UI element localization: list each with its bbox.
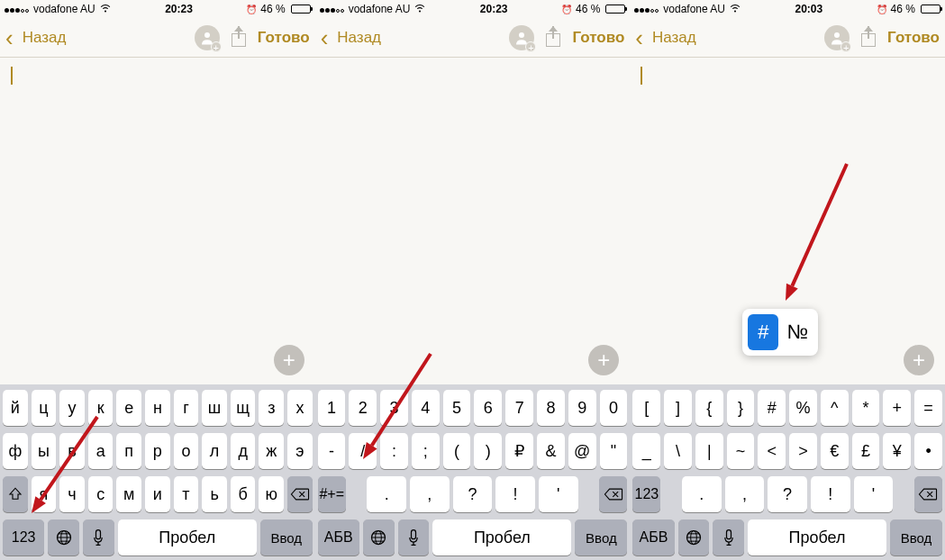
key-ш[interactable]: ш <box>202 390 227 426</box>
key-э[interactable]: э <box>287 433 313 469</box>
key-г[interactable]: г <box>174 390 199 426</box>
space-key[interactable]: Пробел <box>118 519 257 555</box>
back-chevron-icon[interactable]: ‹ <box>5 26 14 50</box>
key-5[interactable]: 5 <box>443 390 471 426</box>
mode-switch-key[interactable]: АБВ <box>318 519 359 555</box>
key-£[interactable]: £ <box>852 433 880 469</box>
back-button[interactable]: Назад <box>337 29 381 47</box>
backspace-key[interactable] <box>914 476 942 512</box>
key-и[interactable]: и <box>145 476 170 512</box>
backspace-key[interactable] <box>599 476 627 512</box>
done-button[interactable]: Готово <box>258 29 310 47</box>
key-3[interactable]: 3 <box>380 390 408 426</box>
key-ж[interactable]: ж <box>259 433 284 469</box>
key--[interactable]: - <box>318 433 346 469</box>
key-7[interactable]: 7 <box>505 390 533 426</box>
key-х[interactable]: х <box>287 390 313 426</box>
key-~[interactable]: ~ <box>727 433 755 469</box>
key-б[interactable]: б <box>231 476 256 512</box>
key-?[interactable]: ? <box>453 476 493 512</box>
key-ф[interactable]: ф <box>3 433 28 469</box>
key-₽[interactable]: ₽ <box>505 433 533 469</box>
key-ю[interactable]: ю <box>259 476 284 512</box>
key-,[interactable]: , <box>725 476 765 512</box>
key-&[interactable]: & <box>537 433 565 469</box>
key-#[interactable]: # <box>758 390 786 426</box>
key-а[interactable]: а <box>88 433 114 469</box>
key-![interactable]: ! <box>811 476 850 512</box>
key-п[interactable]: п <box>116 433 141 469</box>
key-у[interactable]: у <box>59 390 85 426</box>
space-key[interactable]: Пробел <box>748 519 886 555</box>
key-д[interactable]: д <box>231 433 256 469</box>
key-н[interactable]: н <box>145 390 170 426</box>
key-4[interactable]: 4 <box>412 390 440 426</box>
key-\[interactable]: \ <box>664 433 692 469</box>
globe-key[interactable] <box>363 519 395 555</box>
mode-key-#+=[interactable]: #+= <box>318 476 346 512</box>
key-8[interactable]: 8 <box>537 390 565 426</box>
key-6[interactable]: 6 <box>474 390 502 426</box>
globe-key[interactable] <box>678 519 710 555</box>
key-_[interactable]: _ <box>632 433 660 469</box>
key-^[interactable]: ^ <box>821 390 849 426</box>
back-chevron-icon[interactable]: ‹ <box>321 26 329 50</box>
key-/[interactable]: / <box>349 433 377 469</box>
mode-switch-key[interactable]: АБВ <box>632 519 674 555</box>
back-chevron-icon[interactable]: ‹ <box>635 26 643 50</box>
add-contact-button[interactable]: + <box>195 25 220 50</box>
key-.[interactable]: . <box>367 476 406 512</box>
key-¥[interactable]: ¥ <box>883 433 911 469</box>
key-т[interactable]: т <box>174 476 199 512</box>
key-popup[interactable]: #№ <box>742 309 818 356</box>
key-ь[interactable]: ь <box>202 476 227 512</box>
enter-key[interactable]: Ввод <box>575 519 627 555</box>
mode-key-123[interactable]: 123 <box>632 476 660 512</box>
space-key[interactable]: Пробел <box>432 519 571 555</box>
key-[[interactable]: [ <box>632 390 660 426</box>
back-button[interactable]: Назад <box>652 29 696 47</box>
share-button[interactable] <box>229 26 249 50</box>
key-{[interactable]: { <box>695 390 723 426</box>
dictation-key[interactable] <box>83 519 114 555</box>
key-0[interactable]: 0 <box>600 390 628 426</box>
key-%[interactable]: % <box>789 390 817 426</box>
key-+[interactable]: + <box>883 390 911 426</box>
dictation-key[interactable] <box>398 519 430 555</box>
key-:[interactable]: : <box>380 433 408 469</box>
key-'[interactable]: ' <box>539 476 578 512</box>
key-й[interactable]: й <box>3 390 28 426</box>
key-р[interactable]: р <box>145 433 170 469</box>
shift-key[interactable] <box>3 476 28 512</box>
key-ы[interactable]: ы <box>32 433 57 469</box>
key-([interactable]: ( <box>443 433 471 469</box>
key-|[interactable]: | <box>695 433 723 469</box>
add-contact-button[interactable]: + <box>824 25 850 50</box>
key-о[interactable]: о <box>174 433 199 469</box>
key-з[interactable]: з <box>259 390 284 426</box>
key-![interactable]: ! <box>495 476 535 512</box>
globe-key[interactable] <box>48 519 79 555</box>
add-contact-button[interactable]: + <box>509 25 534 50</box>
done-button[interactable]: Готово <box>572 29 624 47</box>
key-@[interactable]: @ <box>568 433 596 469</box>
key-.[interactable]: . <box>682 476 722 512</box>
key-,[interactable]: , <box>410 476 450 512</box>
add-attachment-button[interactable]: + <box>904 345 934 375</box>
key-ц[interactable]: ц <box>32 390 57 426</box>
key-*[interactable]: * <box>852 390 880 426</box>
note-body[interactable]: + <box>315 58 631 384</box>
backspace-key[interactable] <box>287 476 313 512</box>
key-}[interactable]: } <box>727 390 755 426</box>
key-•[interactable]: • <box>914 433 942 469</box>
key-'[interactable]: ' <box>854 476 894 512</box>
key-?[interactable]: ? <box>768 476 807 512</box>
key-к[interactable]: к <box>88 390 114 426</box>
key-)[interactable]: ) <box>474 433 502 469</box>
key-€[interactable]: € <box>821 433 849 469</box>
back-button[interactable]: Назад <box>23 29 67 47</box>
key-][interactable]: ] <box>664 390 692 426</box>
note-body[interactable]: + <box>0 58 315 384</box>
key-щ[interactable]: щ <box>231 390 256 426</box>
enter-key[interactable]: Ввод <box>890 519 942 555</box>
